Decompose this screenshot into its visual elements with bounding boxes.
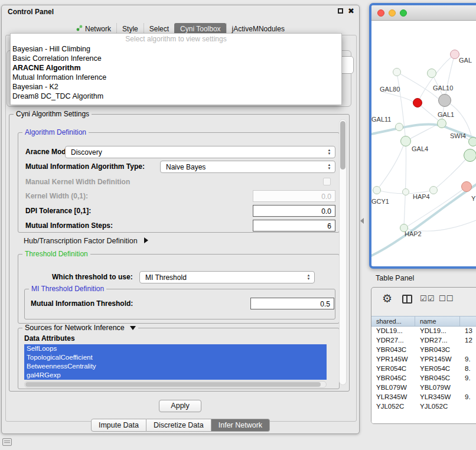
deselect-all-icon[interactable]: ☐☐ <box>439 294 454 303</box>
tab-discretize-data[interactable]: Discretize Data <box>146 419 211 432</box>
node-GAL4[interactable] <box>400 136 411 146</box>
column-header-extra[interactable] <box>460 317 476 326</box>
network-window-titlebar[interactable] <box>371 5 476 21</box>
algorithm-option[interactable]: Dream8 DC_TDC Algorithm <box>11 92 341 101</box>
table-row[interactable]: YBR043C YBR043C <box>371 345 476 355</box>
algorithm-option[interactable]: Bayesian - K2 <box>11 82 341 92</box>
node-label: HAP4 <box>413 193 430 200</box>
mi-type-select[interactable]: Naive Bayes ▲▼ <box>160 161 335 173</box>
settings-vertical-scrollbar[interactable] <box>339 119 347 385</box>
sources-group: Sources for Network Inference Data Attri… <box>18 328 340 389</box>
network-node[interactable] <box>450 50 459 59</box>
cell: YER054C <box>371 364 415 374</box>
zoom-traffic-light[interactable] <box>400 9 407 17</box>
tab-impute-data[interactable]: Impute Data <box>91 419 146 432</box>
node-HAP4[interactable] <box>402 188 409 195</box>
aracne-mode-value: Discovery <box>71 148 102 157</box>
cell: YLR345W <box>371 393 415 402</box>
network-node[interactable] <box>427 69 436 78</box>
network-view-window: GAL GAL80 GAL10 GAL11 GAL1 SWI4 GAL4 GCY… <box>369 3 476 269</box>
node-GAL10[interactable] <box>438 94 451 107</box>
desktop: Control Panel ✖ Network Style Select Cyn… <box>0 0 476 450</box>
splitter-collapse-icon[interactable] <box>360 218 364 224</box>
cell: 9. <box>460 374 476 383</box>
network-node[interactable] <box>464 149 476 162</box>
column-header-name[interactable]: name <box>415 317 460 326</box>
columns-icon[interactable] <box>402 295 412 304</box>
control-panel-window: Control Panel ✖ Network Style Select Cyn… <box>1 5 360 434</box>
node-label: GAL80 <box>380 86 400 93</box>
attribute-item-selected[interactable]: SelfLoops <box>24 344 327 353</box>
node-GAL11[interactable] <box>395 123 403 131</box>
cell: YBR043C <box>415 345 460 355</box>
sources-expander[interactable]: Sources for Network Inference <box>22 324 138 332</box>
cyni-bottom-tabs: Impute Data Discretize Data Infer Networ… <box>2 419 359 432</box>
attribute-item-selected[interactable]: BetweennessCentrality <box>24 362 327 371</box>
tab-network-label: Network <box>85 25 111 33</box>
node-red-highlighted[interactable] <box>413 98 422 107</box>
node-salmon[interactable] <box>461 181 472 192</box>
node-label: GAL4 <box>412 145 428 152</box>
which-threshold-label: Which threshold to use: <box>52 273 133 281</box>
node-label: HAP2 <box>405 230 422 237</box>
attribute-item-selected[interactable]: gal4RGexp <box>24 371 327 380</box>
gear-icon[interactable]: ⚙ <box>382 292 392 305</box>
node-GAL1[interactable] <box>437 119 446 128</box>
dpi-tolerance-field[interactable]: 0.0 <box>253 205 335 217</box>
algorithm-option[interactable]: Basic Correlation Inference <box>11 54 341 63</box>
tab-infer-network[interactable]: Infer Network <box>211 419 270 432</box>
kernel-width-field[interactable]: 0.0 <box>253 190 335 202</box>
threshold-definition-title: Threshold Definition <box>22 250 90 259</box>
algorithm-option-selected[interactable]: ARACNE Algorithm <box>11 63 341 73</box>
algorithm-option[interactable]: Bayesian - Hill Climbing <box>11 44 341 54</box>
table-row[interactable]: YER054C YER054C 8. <box>371 364 476 374</box>
algorithm-option[interactable]: Mutual Information Inference <box>11 73 341 82</box>
network-canvas[interactable]: GAL GAL80 GAL10 GAL11 GAL1 SWI4 GAL4 GCY… <box>371 21 476 266</box>
cell: YDL19... <box>415 327 460 336</box>
network-node[interactable] <box>429 186 438 194</box>
mi-threshold-label: Mutual Information Threshold: <box>31 299 133 308</box>
table-row[interactable]: YBL079W YBL079W <box>371 383 476 393</box>
scrollbar-thumb[interactable] <box>340 121 345 169</box>
combo-arrows-icon: ▲▼ <box>306 273 311 281</box>
node-GCY1[interactable] <box>373 186 381 194</box>
mi-steps-field[interactable]: 6 <box>253 220 335 231</box>
cell: YDR27... <box>371 336 415 345</box>
attribute-item-selected[interactable]: TopologicalCoefficient <box>24 353 327 362</box>
manual-kernel-checkbox[interactable] <box>323 178 331 185</box>
cell: YPR145W <box>415 355 460 364</box>
kernel-width-value: 0.0 <box>321 192 331 201</box>
cell: YLR345W <box>415 393 460 402</box>
close-icon[interactable]: ✖ <box>348 8 354 14</box>
panel-toggle-icon[interactable] <box>2 438 12 446</box>
table-row[interactable]: YJL052C YJL052C <box>371 402 476 412</box>
manual-kernel-label: Manual Kernel Width Definition <box>25 178 130 186</box>
cell <box>460 345 476 355</box>
table-row[interactable]: YDR27... YDR27... 12 <box>371 336 476 345</box>
apply-button[interactable]: Apply <box>159 400 201 412</box>
cyni-algorithm-settings-group: Cyni Algorithm Settings Algorithm Defini… <box>9 114 350 392</box>
cell: YBR045C <box>371 374 415 383</box>
node-label: GAL10 <box>433 84 453 92</box>
scrollbar-thumb[interactable] <box>25 382 321 387</box>
mi-threshold-group-title: MI Threshold Definition <box>29 285 106 294</box>
node-SWI4[interactable] <box>468 137 476 146</box>
network-node[interactable] <box>393 68 401 76</box>
float-window-icon[interactable] <box>338 8 343 14</box>
minimize-traffic-light[interactable] <box>389 9 396 17</box>
window-title: Control Panel <box>8 8 54 16</box>
table-row[interactable]: YBR045C YBR045C 9. <box>371 374 476 383</box>
table-row[interactable]: YDL19... YDL19... 13 <box>371 327 476 336</box>
cell: YBL079W <box>415 383 460 393</box>
table-row[interactable]: YPR145W YPR145W 9. <box>371 355 476 364</box>
aracne-mode-select[interactable]: Discovery ▲▼ <box>65 146 335 158</box>
algorithm-definition-group: Algorithm Definition Aracne Mode: Discov… <box>18 132 340 233</box>
mi-threshold-field[interactable]: 0.5 <box>250 298 334 309</box>
hub-definition-expander[interactable]: Hub/Transcription Factor Definition <box>24 237 148 245</box>
attributes-horizontal-scrollbar[interactable] <box>24 381 327 388</box>
select-all-icon[interactable]: ☑☑ <box>420 294 435 303</box>
which-threshold-select[interactable]: MI Threshold ▲▼ <box>139 271 315 283</box>
table-row[interactable]: YLR345W YLR345W 9. <box>371 393 476 402</box>
close-traffic-light[interactable] <box>377 9 384 17</box>
column-header-shared-name[interactable]: shared... <box>371 317 415 326</box>
